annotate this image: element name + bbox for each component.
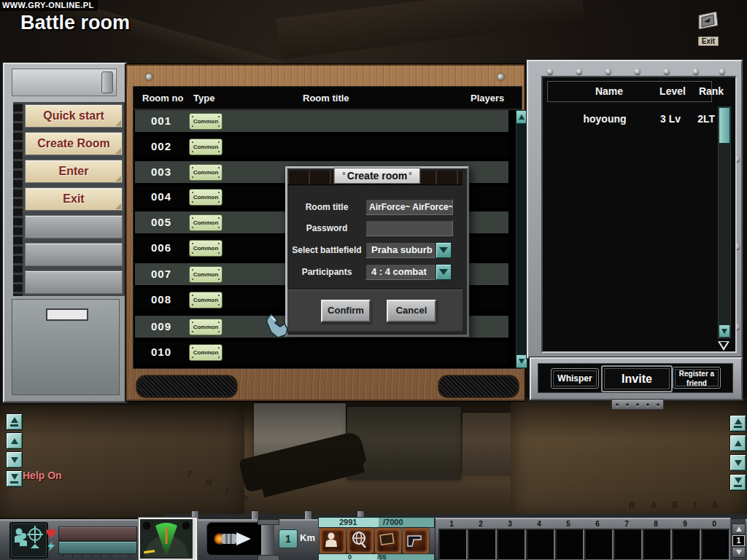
dialog-title: Create room [347,170,407,182]
scroll-bottom-button[interactable] [729,474,746,491]
room-type-badge: Common [189,113,222,130]
confirm-button[interactable]: Confirm [321,300,371,322]
field-password: Password [290,220,460,236]
header-room-title: Room title [303,93,349,104]
hud-pillar [261,519,274,560]
squad-and-target-icons [11,524,44,554]
item-slot[interactable] [614,529,643,560]
help-on-label[interactable]: Help On [23,470,62,481]
globe-item-button[interactable] [347,528,374,554]
slot-page-up-button[interactable] [732,524,746,534]
empty-slot-button [25,243,123,266]
item-slot[interactable] [643,529,672,560]
dialog-footer: Confirm Cancel [287,289,462,331]
password-input[interactable] [365,220,453,236]
battlefield-dropdown-button[interactable] [436,242,452,258]
create-room-button[interactable]: Create Room [25,132,123,155]
range-unit-label: Km [300,532,315,543]
item-slot[interactable] [438,529,468,560]
room-no: 005 [135,216,187,228]
player-row[interactable]: hoyoung 3 Lv 2LT 1 [547,109,728,124]
players-scroll-down[interactable] [719,324,730,338]
sidebar: Quick start Create Room Enter Exit [3,63,127,402]
room-row[interactable]: 001 Common [135,110,508,132]
panel-bracket [611,399,664,410]
register-friend-button[interactable]: Register a friend [673,367,721,389]
room-type-badge: Common [189,164,222,181]
slot-number: 0 [701,520,727,528]
speaker-grille-left [136,375,238,398]
exp-current: 2991 [339,518,357,527]
exit-corner-label: Exit [698,36,719,46]
enter-label: Enter [59,165,89,177]
hud-status-icons [9,522,48,559]
participants-dropdown-button[interactable] [436,264,452,280]
screw [146,74,152,80]
scroll-down-button[interactable] [516,354,527,368]
sidebar-slot [46,308,88,321]
player-level: 3 Lv [654,113,687,125]
scroll-top-button[interactable] [729,415,746,432]
pistol-item-button[interactable] [403,528,429,554]
globe-icon [349,529,369,550]
background-vignette [0,397,747,518]
room-no: 010 [135,346,187,358]
item-slot[interactable] [701,529,730,560]
field-battlefield: Select battlefield Praha suburb [290,242,460,258]
quick-start-button[interactable]: Quick start [25,104,123,128]
scroll-top-button[interactable] [6,413,23,430]
map-item-button[interactable] [375,528,401,554]
players-scrollbar[interactable] [718,106,731,338]
exp-max: /7000 [383,518,403,527]
scroll-up-button[interactable] [516,110,527,124]
hud-item-row [320,528,433,554]
header-name: Name [565,85,653,97]
soldier-item-button[interactable] [320,528,346,554]
room-row[interactable]: 002 Common [135,136,508,158]
slot-number: 1 [438,520,465,528]
enter-button[interactable]: Enter [25,160,123,183]
sidebar-hinge-strip [13,102,24,296]
room-no: 008 [135,293,187,306]
slot-number: 2 [468,520,494,528]
scroll-bottom-button[interactable] [6,470,23,487]
cancel-button[interactable]: Cancel [387,300,436,322]
slot-page-number: 1 [732,535,745,546]
players-scroll-thumb[interactable] [719,107,730,144]
empty-slot-button [25,271,123,294]
item-slot[interactable] [468,529,497,560]
cursor-pointer [266,314,289,341]
ammo-current: 0 [348,554,352,560]
scroll-up-button[interactable] [729,435,746,451]
exit-button[interactable]: Exit [25,187,123,211]
room-table-header: Room no Type Room title Players [133,87,522,110]
room-title-input[interactable]: AirForce~ AirForce~!_ [365,199,453,215]
energy-bolt-icon [46,541,56,554]
header-players: Players [471,93,504,104]
soldier-icon [321,529,341,550]
scroll-down-button[interactable] [6,451,23,468]
whisper-button[interactable]: Whisper [551,368,599,389]
slot-pager: 1 [730,519,746,560]
item-slot[interactable] [555,529,584,560]
sidebar-top-box [12,69,117,96]
header-rank: Rank [692,85,730,97]
room-list-scrollbar[interactable] [516,110,527,368]
scroll-up-button[interactable] [6,432,23,449]
item-slot[interactable] [672,529,701,560]
slot-page-down-button[interactable] [732,547,746,558]
room-title-label: Room title [290,199,364,215]
slot-number: 4 [526,520,552,528]
room-type-badge: Common [189,344,222,361]
scroll-down-button[interactable] [729,454,746,471]
item-slot[interactable] [497,529,526,560]
room-row[interactable]: 010 Common [135,341,508,363]
item-slot[interactable] [584,529,614,560]
players-panel: Name Level Rank hoyoung 3 Lv 2LT 1 [527,60,743,359]
battlefield-select[interactable]: Praha suburb [365,242,438,258]
item-slot[interactable] [526,529,555,560]
invite-button[interactable]: Invite [601,365,673,392]
participants-select[interactable]: 4 : 4 combat [365,264,438,280]
exit-corner-button[interactable]: Exit [689,10,728,44]
players-scroll-end-marker[interactable] [718,341,729,351]
